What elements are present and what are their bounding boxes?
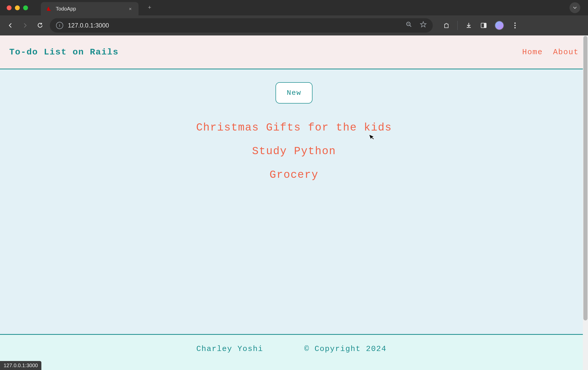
svg-rect-1 — [59, 25, 60, 27]
side-panel-icon[interactable] — [480, 22, 488, 29]
scrollbar-thumb[interactable] — [583, 36, 587, 320]
tabs-dropdown-icon[interactable] — [569, 2, 580, 13]
page-viewport: To-do List on Rails Home About New Chris… — [0, 35, 588, 370]
page-header: To-do List on Rails Home About — [0, 35, 588, 69]
downloads-icon[interactable] — [465, 22, 473, 29]
page-footer: Charley Yoshi © Copyright 2024 — [0, 334, 583, 370]
toolbar-right — [443, 21, 519, 30]
site-info-icon[interactable] — [56, 22, 63, 29]
footer-author: Charley Yoshi — [196, 345, 263, 353]
reload-button[interactable] — [35, 20, 45, 31]
todo-item[interactable]: Grocery — [0, 169, 588, 181]
zoom-icon[interactable] — [406, 21, 412, 30]
toolbar-divider — [457, 21, 458, 30]
todo-list: Christmas Gifts for the kids Study Pytho… — [0, 122, 588, 181]
maximize-window-button[interactable] — [23, 5, 28, 10]
window-controls — [3, 5, 33, 10]
browser-status-bar: 127.0.0.1:3000 — [0, 361, 41, 370]
footer-copyright: © Copyright 2024 — [304, 345, 387, 353]
scrollbar-track[interactable] — [583, 35, 588, 370]
tab-title: TodoApp — [56, 6, 124, 12]
back-button[interactable] — [5, 20, 15, 31]
nav-home-link[interactable]: Home — [522, 48, 543, 57]
svg-point-8 — [514, 23, 516, 24]
browser-tab[interactable]: TodoApp ✕ — [41, 2, 139, 15]
page-title: To-do List on Rails — [9, 47, 119, 57]
browser-tab-bar: TodoApp ✕ + — [0, 0, 588, 15]
new-tab-button[interactable]: + — [146, 4, 153, 12]
todo-item[interactable]: Study Python — [0, 145, 588, 158]
svg-line-3 — [410, 25, 411, 27]
profile-avatar[interactable] — [495, 21, 504, 30]
url-text: 127.0.0.1:3000 — [68, 22, 109, 29]
minimize-window-button[interactable] — [15, 5, 20, 10]
chrome-menu-icon[interactable] — [511, 22, 519, 29]
svg-point-10 — [514, 27, 516, 29]
browser-toolbar: 127.0.0.1:3000 — [0, 15, 588, 35]
address-bar[interactable]: 127.0.0.1:3000 — [50, 18, 433, 33]
svg-rect-7 — [484, 23, 486, 28]
svg-point-0 — [59, 24, 60, 25]
rails-favicon-icon — [46, 6, 52, 12]
extensions-icon[interactable] — [443, 22, 450, 29]
header-nav: Home About — [522, 48, 579, 57]
new-todo-button[interactable]: New — [275, 82, 313, 104]
svg-point-9 — [514, 25, 516, 26]
nav-about-link[interactable]: About — [553, 48, 579, 57]
close-window-button[interactable] — [7, 5, 12, 10]
todo-item[interactable]: Christmas Gifts for the kids — [0, 122, 588, 134]
forward-button[interactable] — [20, 20, 30, 31]
main-content: New Christmas Gifts for the kids Study P… — [0, 69, 588, 181]
close-tab-icon[interactable]: ✕ — [127, 6, 133, 12]
bookmark-star-icon[interactable] — [420, 21, 427, 30]
